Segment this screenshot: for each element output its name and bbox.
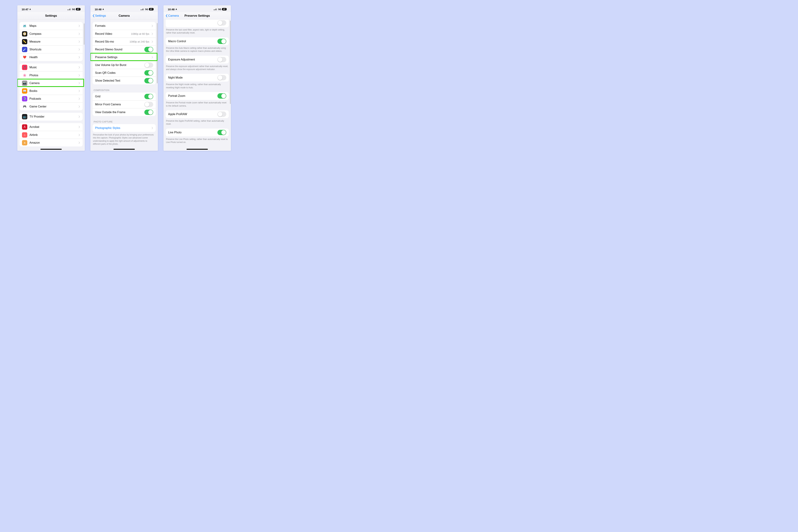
row-formats[interactable]: Formats [93, 22, 156, 30]
status-bar: 10:48 5G 87 [91, 5, 158, 12]
toggle-creative-controls[interactable] [217, 20, 226, 25]
toggle-mirror-front-camera[interactable] [144, 102, 153, 107]
row-label: Camera [30, 81, 76, 85]
row-scan-qr-codes[interactable]: Scan QR Codes [93, 69, 156, 77]
row-label: Mirror Front Camera [95, 103, 142, 106]
settings-row-measure[interactable]: 📏 Measure [19, 38, 83, 45]
row-label: Show Detected Text [95, 79, 142, 82]
row-label: Formats [95, 24, 149, 27]
settings-row-compass[interactable]: 🧭 Compass [19, 30, 83, 38]
settings-row-amazon[interactable]: a Amazon [19, 139, 83, 147]
settings-row-podcasts[interactable]: 🎙️ Podcasts [19, 95, 83, 102]
location-icon [175, 8, 177, 10]
chevron-right-icon [151, 25, 153, 27]
toggle-use-volume-up-for-burst[interactable] [144, 62, 153, 68]
row-macro-control[interactable]: Macro Control [166, 37, 229, 45]
status-network: 5G [145, 8, 148, 11]
chevron-left-icon [165, 14, 168, 17]
status-network: 5G [218, 8, 221, 11]
row-mirror-front-camera[interactable]: Mirror Front Camera [93, 100, 156, 108]
chevron-right-icon [78, 66, 80, 69]
home-indicator [187, 149, 208, 150]
signal-icon [141, 8, 144, 10]
section-header-composition: Composition [94, 89, 158, 92]
chevron-right-icon [78, 97, 80, 100]
row-show-detected-text[interactable]: Show Detected Text [93, 77, 156, 84]
chevron-right-icon [78, 25, 80, 27]
nav-bar: Settings Camera [91, 12, 158, 19]
section-footer-photo-capture: Personalise the look of your photos by b… [93, 133, 155, 146]
toggle-night-mode[interactable] [217, 75, 226, 80]
row-label: Record Slo-mo [95, 40, 127, 43]
phone-preserve-settings: 10:48 5G 87 Camera Preserve Settings Pre… [164, 5, 231, 151]
location-icon [102, 8, 104, 10]
settings-row-music[interactable]: 🎵 Music [19, 63, 83, 71]
footer-night-mode: Preserve the Night mode setting, rather … [166, 83, 228, 89]
footer-macro-control: Preserve the Auto Macro setting rather t… [166, 46, 228, 53]
status-battery: 87 [149, 8, 154, 11]
row-record-stereo-sound[interactable]: Record Stereo Sound [93, 45, 156, 53]
settings-row-game-center[interactable]: 🎮 Game Center [19, 102, 83, 110]
settings-row-airbnb[interactable]: ⌂ Airbnb [19, 131, 83, 139]
row-exposure-adjustment[interactable]: Exposure Adjustment [166, 56, 229, 63]
camera-icon: 📷 [22, 80, 27, 86]
row-view-outside-the-frame[interactable]: View Outside the Frame [93, 108, 156, 116]
row-record-video[interactable]: Record Video 1080p at 60 fps [93, 30, 156, 38]
toggle-exposure-adjustment[interactable] [217, 57, 226, 62]
acrobat-icon: A [22, 124, 27, 130]
chevron-right-icon [151, 40, 153, 43]
row-label: Use Volume Up for Burst [95, 63, 142, 67]
chevron-right-icon [78, 33, 80, 35]
toggle-grid[interactable] [144, 94, 153, 99]
row-portrait-zoom[interactable]: Portrait Zoom [166, 92, 229, 100]
row-preserve-settings[interactable]: Preserve Settings [93, 53, 156, 61]
toggle-show-detected-text[interactable] [144, 78, 153, 83]
toggle-macro-control[interactable] [217, 39, 226, 44]
scroll-indicator [157, 23, 157, 83]
toggle-record-stereo-sound[interactable] [144, 47, 153, 52]
row-use-volume-up-for-burst[interactable]: Use Volume Up for Burst [93, 61, 156, 69]
row-grid[interactable]: Grid [93, 93, 156, 100]
toggle-live-photo[interactable] [217, 130, 226, 135]
row-label: View Outside the Frame [95, 111, 142, 114]
row-live-photo[interactable]: Live Photo [166, 129, 229, 136]
row-label: Photographic Styles [95, 127, 149, 130]
chevron-right-icon [78, 126, 80, 128]
compass-icon: 🧭 [22, 31, 27, 37]
settings-row-maps[interactable]: 🗺️ Maps [19, 22, 83, 30]
phone-camera: 10:48 5G 87 Settings Camera Formats Reco… [91, 5, 158, 151]
row-label: Live Photo [168, 131, 215, 134]
row-apple-proraw[interactable]: Apple ProRAW [166, 110, 229, 118]
footer-apple-proraw: Preserve the Apple ProRAW setting, rathe… [166, 119, 228, 126]
toggle-scan-qr-codes[interactable] [144, 70, 153, 76]
toggle-apple-proraw[interactable] [217, 112, 226, 117]
status-time: 10:48 [168, 8, 174, 11]
chevron-right-icon [151, 33, 153, 35]
toggle-portrait-zoom[interactable] [217, 93, 226, 99]
settings-row-tv-provider[interactable]: 📺 TV Provider [19, 113, 83, 120]
music-icon: 🎵 [22, 65, 27, 70]
page-title: Camera [119, 14, 130, 18]
nav-bar: Camera Preserve Settings [164, 12, 231, 19]
airbnb-icon: ⌂ [22, 132, 27, 138]
settings-row-shortcuts[interactable]: ☄️ Shortcuts [19, 45, 83, 53]
settings-row-photos[interactable]: 🌸 Photos [19, 71, 83, 79]
row-label: Acrobat [30, 126, 76, 129]
settings-row-acrobat[interactable]: A Acrobat [19, 123, 83, 131]
page-title: Preserve Settings [185, 14, 210, 18]
signal-icon [214, 8, 217, 10]
toggle-view-outside-the-frame[interactable] [144, 110, 153, 115]
row-label: Amazon [30, 141, 76, 144]
back-button[interactable]: Settings [92, 12, 106, 19]
status-time: 10:48 [95, 8, 101, 11]
row-night-mode[interactable]: Night Mode [166, 74, 229, 81]
shortcuts-icon: ☄️ [22, 47, 27, 52]
back-button[interactable]: Camera [165, 12, 179, 19]
game-center-icon: 🎮 [22, 104, 27, 109]
row-photographic-styles[interactable]: Photographic Styles [93, 124, 156, 132]
settings-row-camera[interactable]: 📷 Camera [19, 79, 83, 87]
row-label: Grid [95, 95, 142, 98]
settings-row-books[interactable]: 📖 Books [19, 87, 83, 95]
row-record-slo-mo[interactable]: Record Slo-mo 1080p at 240 fps [93, 38, 156, 45]
settings-row-health[interactable]: ❤️ Health [19, 53, 83, 61]
